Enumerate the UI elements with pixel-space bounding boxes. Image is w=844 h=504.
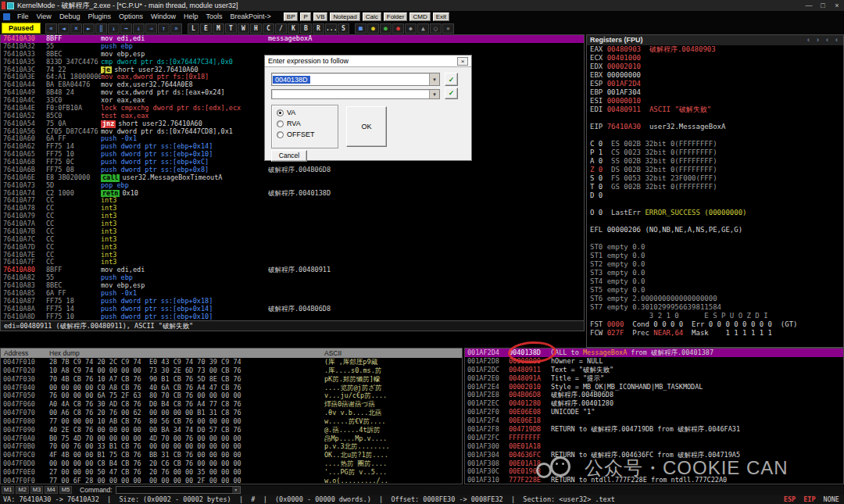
disasm-row[interactable]: 76410A6EE8 3B020000calluser32.MessageBox… bbox=[1, 174, 584, 182]
register-line[interactable]: ST6 empty 2.000000000000000000 bbox=[587, 295, 843, 303]
reg-prev-icon[interactable]: ‹ bbox=[824, 35, 831, 45]
register-line[interactable]: A 0 SS 002B 32bit 0(FFFFFFFF) bbox=[587, 157, 843, 166]
menu-item-window[interactable]: Window bbox=[147, 13, 180, 20]
disasm-row[interactable]: 76410A308BFFmov edi,edimessageboxA bbox=[1, 35, 584, 43]
register-line[interactable]: EDX 00002010 bbox=[587, 63, 843, 71]
mark-button-m4[interactable]: M4 bbox=[45, 486, 57, 494]
register-line[interactable]: Z 0 DS 002B 32bit 0(FFFFFFFF) bbox=[587, 166, 843, 174]
disasm-row[interactable]: 76410A7ECCint3 bbox=[1, 252, 584, 259]
expression-history-input[interactable]: ▾ bbox=[271, 89, 440, 99]
stack-row[interactable]: 001AF2F400E06E18 bbox=[465, 416, 843, 425]
stack-row[interactable]: 001AF2DC00480911Text = "破解失败" bbox=[465, 366, 843, 374]
disasm-row[interactable]: 76410A87FF75 18push dword ptr ss:[ebp+0x… bbox=[1, 298, 584, 306]
status-esp[interactable]: ESP bbox=[784, 495, 796, 503]
mark-button-m1[interactable]: M1 bbox=[2, 486, 14, 494]
register-line[interactable]: ST3 empty 0.0 bbox=[587, 269, 843, 277]
mark-button-m2[interactable]: M2 bbox=[16, 486, 28, 494]
menu-item-file[interactable]: File bbox=[13, 13, 33, 20]
register-line[interactable]: ST4 empty 0.0 bbox=[587, 277, 843, 286]
menu-item-breakpoint[interactable]: BreakPoint-> bbox=[227, 13, 275, 20]
maximize-button[interactable]: □ bbox=[816, 0, 830, 11]
reg-scroll-left-icon[interactable]: ‹ bbox=[805, 35, 812, 45]
window-button-h[interactable]: H bbox=[250, 23, 262, 34]
run-icon[interactable]: ► bbox=[83, 23, 95, 34]
menu-item-tools[interactable]: Tools bbox=[202, 13, 227, 20]
until-return-icon[interactable]: ↑ bbox=[158, 23, 170, 34]
register-line[interactable]: ST0 empty 0.0 bbox=[587, 243, 843, 252]
stack-row[interactable]: 001AF2E8004B06D8破解程序.004B06D8 bbox=[465, 391, 843, 399]
step-back-icon[interactable]: ◄ bbox=[58, 23, 70, 34]
register-line[interactable]: ECX 00401000 bbox=[587, 54, 843, 63]
window-button-item[interactable]: ... bbox=[325, 23, 337, 34]
dump-row[interactable]: 0047F07000 A6 C8 76 20 76 00 62 00 00 00… bbox=[1, 409, 462, 417]
quick-button-vb[interactable]: VB bbox=[313, 13, 328, 21]
register-line[interactable]: EDI 00480911 ASCII "破解失败" bbox=[587, 105, 843, 114]
register-line[interactable]: EIP 76410A30 user32.MessageBoxA bbox=[587, 123, 843, 131]
handles-icon[interactable]: ▲ bbox=[417, 23, 429, 34]
disasm-row[interactable]: 76410A78CCint3 bbox=[1, 205, 584, 213]
register-line[interactable]: S 0 FS 0053 32bit 23F000(FFF) bbox=[587, 174, 843, 183]
window-button-b[interactable]: B bbox=[300, 23, 312, 34]
register-line[interactable]: ST7 empty 0.3010299956639811584 bbox=[587, 303, 843, 312]
disasm-row[interactable]: 76410A8DFF75 10push dword ptr ss:[ebp+0x… bbox=[1, 313, 584, 321]
disasm-row[interactable]: 76410A7FCCint3 bbox=[1, 259, 584, 266]
radio-rva[interactable]: RVA bbox=[277, 120, 338, 127]
disasm-row[interactable]: 76410A7ACCint3 bbox=[1, 220, 584, 228]
register-line[interactable]: ST2 empty 0.0 bbox=[587, 260, 843, 269]
disasm-row[interactable]: 76410A735Dpop ebp bbox=[1, 182, 584, 190]
window-button-k[interactable]: K bbox=[288, 23, 299, 34]
disasm-row[interactable]: 76410A74C2 1000retn0x10破解程序.0040138D bbox=[1, 190, 584, 198]
menu-item-options[interactable]: Options bbox=[115, 13, 147, 20]
quick-button-cmd[interactable]: CMD bbox=[409, 13, 430, 21]
trace-into-icon[interactable]: ⇓ bbox=[133, 23, 145, 34]
quick-button-calc[interactable]: Calc bbox=[363, 13, 381, 21]
window-button-w[interactable]: W bbox=[238, 23, 249, 34]
step-into-icon[interactable]: ↓ bbox=[108, 23, 120, 34]
reg-next-icon[interactable]: ‹ bbox=[833, 35, 840, 45]
patches-icon[interactable]: ○ bbox=[430, 23, 442, 34]
register-line[interactable] bbox=[587, 131, 843, 140]
dump-row[interactable]: 0047F01028 7B C9 74 20 2C C9 74 E0 43 C9… bbox=[1, 358, 462, 366]
radio-offset[interactable]: OFFSET bbox=[277, 130, 338, 138]
dump-row[interactable]: 0047F0C04F 4B 00 00 B1 75 CB 76 BB 31 CB… bbox=[1, 451, 462, 459]
stack-row[interactable]: 001AF2E400002010Style = MB_OK|MB_ICONHAN… bbox=[465, 383, 843, 391]
stack-row[interactable]: 001AF2F8004719DBRETURN to 破解程序.004719DB … bbox=[465, 425, 843, 434]
stack-row[interactable]: 001AF2F000E06E08UNICODE "1" bbox=[465, 408, 843, 416]
window-button-e[interactable]: E bbox=[200, 23, 212, 34]
trace-over-icon[interactable]: ⇒ bbox=[145, 23, 157, 34]
disasm-row[interactable]: 76410A8255push ebp bbox=[1, 274, 584, 282]
register-line[interactable]: EBX 00000000 bbox=[587, 71, 843, 80]
register-line[interactable]: ST1 empty 0.0 bbox=[587, 252, 843, 260]
run-trace-icon[interactable]: ● bbox=[380, 23, 392, 34]
register-line[interactable]: EFL 00000206 (NO,NB,NE,A,NS,PE,GE,G) bbox=[587, 226, 843, 234]
command-input[interactable]: ▾ bbox=[116, 486, 241, 494]
stack-row[interactable]: 001AF2EC00401280破解程序.00401280 bbox=[465, 399, 843, 408]
quick-button-notepad[interactable]: Notepad bbox=[330, 13, 359, 21]
memory-map-icon[interactable]: ■ bbox=[355, 23, 367, 34]
dump-row[interactable]: 0047F060A0 4A C8 76 30 AD C8 76 D0 B4 C8… bbox=[1, 400, 462, 409]
reg-scroll-right-icon[interactable]: › bbox=[814, 35, 821, 45]
stack-row[interactable]: 001AF2FCFFFFFFFF bbox=[465, 434, 843, 442]
window-button-r[interactable]: R bbox=[313, 23, 324, 34]
dump-row[interactable]: 0047F0D000 00 00 00 C8 B4 CB 76 20 C6 CB… bbox=[1, 459, 462, 468]
disasm-row[interactable]: 76410A79CCint3 bbox=[1, 213, 584, 220]
stack-row[interactable]: 001AF30000E01A18 bbox=[465, 442, 843, 451]
menu-item-debug[interactable]: Debug bbox=[55, 13, 84, 20]
cancel-button[interactable]: Cancel bbox=[271, 150, 307, 162]
confirm-history-button[interactable]: ✓ bbox=[445, 88, 458, 99]
radio-va[interactable]: VA bbox=[277, 109, 338, 116]
mark-button-m5[interactable]: M5 bbox=[59, 486, 72, 494]
stack-row[interactable]: 001AF2E00048091ATitle = "提示" bbox=[465, 374, 843, 383]
window-button-c[interactable]: C bbox=[263, 23, 274, 34]
dump-row[interactable]: 0047F05076 00 00 00 6A 75 2F 63 80 70 CB… bbox=[1, 391, 462, 400]
menu-item-view[interactable]: View bbox=[33, 13, 55, 20]
dump-row[interactable]: 0047F0E027 00 00 00 50 47 CB 76 20 76 00… bbox=[1, 468, 462, 477]
register-line[interactable]: FCW 027F Prec NEAR,64 Mask 1 1 1 1 1 1 bbox=[587, 329, 843, 338]
status-eip[interactable]: EIP bbox=[803, 495, 815, 503]
disasm-row[interactable]: 76410A856A FFpush -0x1 bbox=[1, 290, 584, 298]
register-line[interactable] bbox=[587, 114, 843, 123]
pause-icon[interactable]: ‖ bbox=[95, 23, 107, 34]
quick-button-folder[interactable]: Folder bbox=[384, 13, 408, 21]
windows-list-icon[interactable]: ◆ bbox=[405, 23, 417, 34]
disasm-row[interactable]: 76410A838BECmov ebp,esp bbox=[1, 282, 584, 290]
